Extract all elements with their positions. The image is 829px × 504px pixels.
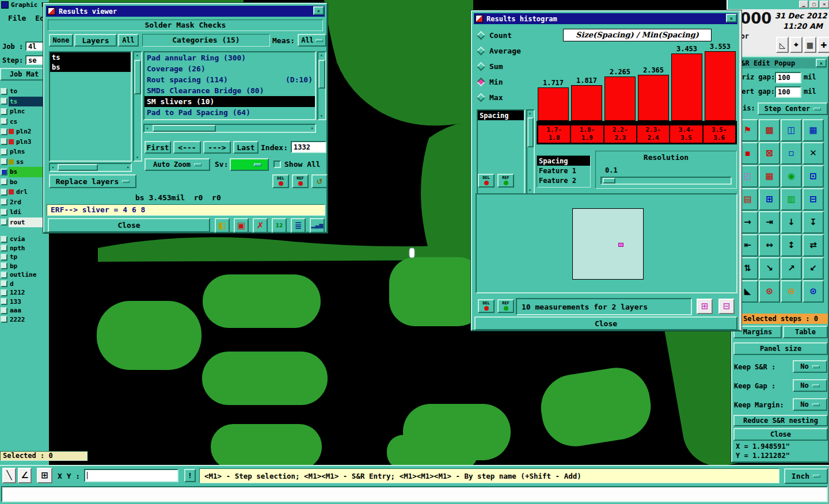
category-item[interactable]: SM slivers (10) — [144, 96, 315, 107]
sr-tool-icon[interactable]: ⇄ — [803, 234, 824, 257]
layer-row[interactable]: plnc — [0, 106, 49, 117]
layer-visibility-button[interactable] — [1, 307, 7, 314]
show-all-checkbox[interactable] — [273, 161, 281, 168]
layer-row[interactable]: 1212 — [0, 288, 49, 297]
sr-tool-icon[interactable]: ▦ — [759, 165, 780, 188]
histogram-ref-button[interactable]: REF — [497, 174, 514, 188]
sr-close-icon[interactable]: ✕ — [816, 59, 827, 67]
layer-row[interactable]: ts — [0, 97, 49, 107]
viewer-ref-button[interactable]: REF — [292, 174, 309, 188]
sr-tool-icon[interactable]: ↗ — [781, 257, 802, 280]
layer-visibility-button[interactable] — [1, 262, 7, 269]
minimize-icon[interactable]: ▁ — [799, 1, 808, 8]
index-field[interactable]: 1332 — [291, 141, 326, 153]
layer-row[interactable]: ldi — [0, 207, 49, 217]
viewer-close-icon[interactable]: ✕ — [313, 6, 324, 15]
rv-histogram-icon[interactable]: ▂▄▆ — [310, 218, 325, 233]
scroll-thumb[interactable] — [58, 164, 98, 171]
layer-row[interactable]: to — [0, 86, 49, 97]
next-button[interactable]: ---> — [203, 141, 231, 154]
sr-close-button[interactable]: Close — [733, 428, 828, 441]
sr-tool-icon[interactable]: ◫ — [781, 119, 802, 142]
layer-row[interactable]: 2rd — [0, 197, 49, 208]
main-titlebar[interactable]: Graphic E — [0, 0, 49, 10]
layer-visibility-button[interactable] — [1, 169, 7, 175]
target-tool-icon[interactable]: ⌖ — [790, 37, 803, 53]
measurement-preview[interactable] — [476, 193, 737, 293]
layer-visibility-button[interactable] — [1, 158, 7, 165]
category-item[interactable]: Coverage (26) — [144, 63, 315, 74]
sr-titlebar[interactable]: S&R Edit Popup — [733, 58, 827, 68]
category-item[interactable]: SMDs Clearance Bridge (80) — [144, 85, 315, 96]
layer-row[interactable]: ss — [0, 157, 49, 167]
filter-all-button[interactable]: All — [118, 34, 139, 47]
sr-tool-icon[interactable]: ▫ — [781, 142, 802, 165]
grid-tool-icon[interactable]: ▦ — [804, 37, 816, 53]
layer-visibility-button[interactable] — [1, 236, 7, 243]
sr-tool-icon[interactable]: ⊞ — [759, 188, 780, 211]
first-button[interactable]: First — [144, 141, 171, 154]
sr-tool-icon[interactable]: ◉ — [781, 165, 802, 188]
layer-list-vscroll[interactable]: ▴ ▾ — [133, 51, 142, 162]
scroll-down-icon[interactable]: ▾ — [136, 155, 139, 160]
rv-report-icon[interactable]: ≣ — [291, 218, 306, 233]
viewer-del-button[interactable]: DEL — [272, 174, 289, 188]
layer-row[interactable]: cvia — [0, 235, 49, 244]
histogram-close-icon[interactable]: ✕ — [726, 14, 737, 22]
results-layer-item[interactable]: bs — [50, 62, 131, 72]
resolution-slider[interactable] — [600, 177, 732, 185]
layer-row[interactable]: plns — [0, 147, 49, 157]
xy-input[interactable] — [84, 469, 178, 482]
scroll-up-icon[interactable]: ▴ — [528, 111, 531, 116]
layer-visibility-button[interactable] — [1, 198, 7, 205]
sr-tool-icon[interactable]: ↕ — [781, 234, 802, 257]
category-item[interactable]: Rout spacing (114)(D:10) — [144, 74, 315, 85]
layer-row[interactable]: drl — [0, 187, 49, 197]
scroll-up-icon[interactable]: ▴ — [320, 53, 323, 58]
rv-mask-icon[interactable]: ◧ — [215, 218, 230, 233]
command-line-field[interactable] — [1, 486, 828, 502]
feature-item[interactable]: Feature 2 — [537, 175, 590, 185]
layer-row[interactable]: bo — [0, 177, 49, 188]
table-button[interactable]: Table — [783, 326, 828, 338]
layer-visibility-button[interactable] — [1, 298, 7, 305]
meas-dropdown[interactable]: All — [298, 34, 326, 47]
layer-visibility-button[interactable] — [1, 128, 7, 135]
viewer-titlebar[interactable]: Results viewer — [46, 6, 325, 17]
layer-row[interactable]: rout — [0, 217, 49, 228]
stat-option-sum[interactable]: Sum — [478, 59, 521, 74]
zoom-selected-button[interactable]: ⊞ — [697, 299, 713, 314]
measure-item[interactable]: Spacing — [478, 110, 524, 120]
sr-tool-icon[interactable]: ⊙ — [781, 280, 802, 303]
angle-tool-button[interactable]: ∠ — [18, 468, 32, 483]
grid-snap-button[interactable]: ⊞ — [37, 468, 52, 483]
viewer-undo-button[interactable]: ↺ — [311, 174, 328, 188]
layer-visibility-button[interactable] — [1, 254, 7, 261]
category-item[interactable]: Pad to Pad Spacing (64) — [144, 107, 315, 118]
scroll-thumb[interactable] — [318, 60, 325, 89]
sr-tool-icon[interactable]: ↧ — [803, 211, 824, 234]
keep-value-dropdown[interactable]: No — [793, 398, 827, 411]
layer-visibility-button[interactable] — [1, 280, 7, 287]
job-matrix-button[interactable]: Job Mat — [0, 68, 48, 81]
layer-row[interactable]: cs — [0, 117, 49, 127]
layer-visibility-button[interactable] — [1, 118, 7, 125]
layer-visibility-button[interactable] — [1, 88, 7, 95]
prev-button[interactable]: <--- — [173, 141, 201, 154]
feature-item[interactable]: Feature 1 — [537, 166, 590, 175]
rv-marker-icon[interactable]: ▣ — [234, 218, 249, 233]
filter-layers-button[interactable]: Layers — [74, 34, 117, 47]
rv-count-icon[interactable]: 12 — [272, 218, 287, 233]
results-layer-item[interactable]: ts — [50, 52, 131, 62]
feature-item[interactable]: Spacing — [537, 156, 590, 166]
layer-visibility-button[interactable] — [1, 148, 7, 155]
maximize-icon[interactable]: ▢ — [809, 1, 819, 8]
auto-zoom-dropdown[interactable]: Auto Zoom — [144, 158, 210, 171]
viewer-close-button[interactable]: Close — [48, 218, 210, 232]
scroll-down-icon[interactable]: ▾ — [320, 114, 323, 119]
panel-size-button[interactable]: Panel size — [733, 342, 828, 355]
bottom-ref-button[interactable]: REF — [497, 299, 514, 313]
sr-tool-icon[interactable]: ↘ — [759, 257, 780, 280]
scroll-thumb[interactable] — [153, 125, 216, 132]
bottom-del-button[interactable]: DEL — [478, 299, 495, 313]
